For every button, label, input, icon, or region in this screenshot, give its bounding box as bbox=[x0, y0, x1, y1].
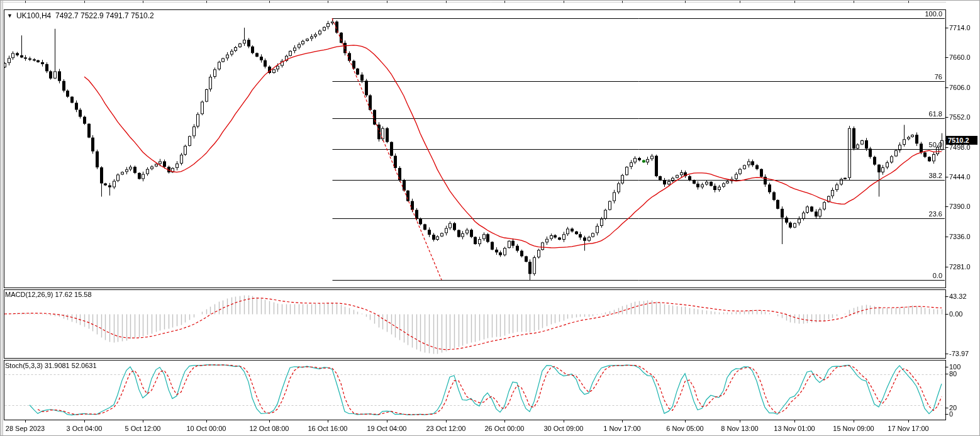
price-axis-label: 7336.0 bbox=[949, 233, 971, 240]
price-axis-label: 7552.0 bbox=[949, 113, 971, 121]
mt4-chart-window: ▼UK100,H4 7492.7 7522.9 7491.7 7510.2 MA… bbox=[0, 0, 980, 436]
symbol-dropdown-icon[interactable]: ▼ bbox=[7, 12, 13, 20]
price-axis-label: 7714.0 bbox=[949, 24, 971, 31]
stoch-indicator-label: Stoch(5,3,3) 31.9081 52.0631 bbox=[5, 362, 97, 369]
macd-axis-label: 0.00 bbox=[949, 310, 962, 318]
time-axis-label[interactable]: 16 Oct 16:00 bbox=[308, 425, 348, 432]
price-axis-label: 7281.0 bbox=[949, 263, 971, 271]
time-axis-label[interactable]: 1 Nov 17:00 bbox=[603, 425, 640, 432]
price-axis-label: 7660.0 bbox=[949, 53, 971, 61]
time-axis-label[interactable]: 8 Nov 13:00 bbox=[721, 425, 758, 432]
stoch-axis-label: 0 bbox=[949, 410, 953, 418]
fib-level-label: 0.0 bbox=[905, 272, 942, 279]
macd-axis-label: -73.97 bbox=[949, 350, 969, 357]
symbol-header: ▼UK100,H4 7492.7 7522.9 7491.7 7510.2 bbox=[7, 12, 154, 20]
time-axis-label[interactable]: 3 Oct 04:00 bbox=[67, 425, 103, 432]
time-axis-label[interactable]: 17 Nov 17:00 bbox=[888, 425, 928, 432]
fib-level-label: 38.2 bbox=[905, 172, 942, 179]
time-axis-label[interactable]: 5 Oct 12:00 bbox=[125, 425, 161, 432]
time-axis-label[interactable]: 26 Oct 00:00 bbox=[485, 425, 525, 432]
time-axis-label[interactable]: 6 Nov 05:00 bbox=[666, 425, 703, 432]
symbol-name: UK100,H4 bbox=[16, 11, 51, 20]
time-axis-label[interactable]: 10 Oct 00:00 bbox=[187, 425, 226, 432]
time-axis-label[interactable]: 19 Oct 04:00 bbox=[367, 425, 407, 432]
time-axis-label[interactable]: 23 Oct 12:00 bbox=[426, 425, 466, 432]
chart-canvas[interactable] bbox=[1, 1, 980, 436]
time-axis-label[interactable]: 28 Sep 2023 bbox=[6, 425, 45, 432]
time-axis-label[interactable]: 13 Nov 01:00 bbox=[774, 425, 815, 432]
time-axis-label[interactable]: 30 Oct 09:00 bbox=[544, 425, 584, 432]
price-axis-label: 7498.0 bbox=[949, 143, 971, 151]
time-axis-label[interactable]: 15 Nov 09:00 bbox=[833, 425, 874, 432]
price-axis-label: 7606.0 bbox=[949, 84, 971, 91]
price-axis-label: 7390.0 bbox=[949, 203, 971, 210]
macd-indicator-label: MACD(12,26,9) 17.62 15.58 bbox=[5, 291, 92, 298]
fib-level-label: 23.6 bbox=[905, 210, 942, 218]
fib-level-label: 76 bbox=[905, 73, 942, 81]
price-axis-label: 7444.0 bbox=[949, 173, 971, 181]
fib-level-label: 61.8 bbox=[905, 110, 942, 118]
time-axis-label[interactable]: 12 Oct 08:00 bbox=[250, 425, 289, 432]
stoch-axis-label: 80 bbox=[949, 370, 957, 377]
macd-axis-label: 43.32 bbox=[949, 293, 967, 300]
fib-level-label: 100.0 bbox=[905, 10, 942, 18]
fib-level-label: 50.0 bbox=[905, 141, 942, 148]
symbol-ohlc-readout: 7492.7 7522.9 7491.7 7510.2 bbox=[55, 11, 154, 20]
